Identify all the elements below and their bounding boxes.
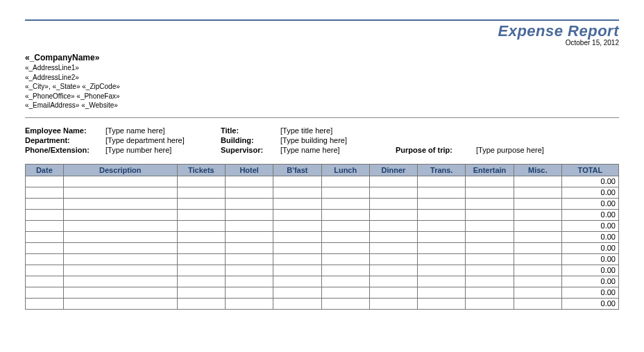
table-cell[interactable] — [418, 287, 466, 298]
phone-field[interactable]: [Type number here] — [105, 146, 217, 154]
table-cell[interactable] — [514, 298, 561, 309]
table-cell[interactable] — [226, 198, 273, 209]
table-cell[interactable] — [418, 231, 466, 242]
table-cell[interactable] — [26, 220, 64, 231]
table-cell[interactable] — [466, 298, 514, 309]
table-cell[interactable] — [273, 187, 321, 198]
table-cell[interactable] — [26, 276, 64, 287]
table-cell[interactable] — [514, 287, 561, 298]
table-cell[interactable] — [177, 276, 225, 287]
table-cell[interactable] — [26, 298, 64, 309]
table-cell[interactable] — [369, 220, 417, 231]
table-cell[interactable] — [514, 253, 561, 265]
total-cell[interactable]: 0.00 — [561, 242, 618, 253]
table-cell[interactable] — [369, 276, 417, 287]
table-cell[interactable] — [514, 265, 561, 276]
table-cell[interactable] — [321, 242, 369, 253]
table-cell[interactable] — [273, 287, 321, 298]
table-cell[interactable] — [226, 242, 273, 253]
table-cell[interactable] — [321, 187, 369, 198]
table-cell[interactable] — [177, 287, 225, 298]
table-cell[interactable] — [466, 231, 514, 242]
table-cell[interactable] — [273, 298, 321, 309]
table-cell[interactable] — [466, 187, 514, 198]
department-field[interactable]: [Type department here] — [105, 136, 217, 144]
table-cell[interactable] — [226, 209, 273, 220]
table-cell[interactable] — [466, 220, 514, 231]
table-cell[interactable] — [226, 298, 273, 309]
table-cell[interactable] — [63, 198, 177, 209]
total-cell[interactable]: 0.00 — [561, 176, 618, 187]
table-cell[interactable] — [63, 187, 177, 198]
table-cell[interactable] — [369, 265, 417, 276]
table-cell[interactable] — [369, 253, 417, 265]
table-cell[interactable] — [514, 220, 561, 231]
total-cell[interactable]: 0.00 — [561, 265, 618, 276]
table-cell[interactable] — [466, 287, 514, 298]
table-cell[interactable] — [369, 176, 417, 187]
table-cell[interactable] — [273, 253, 321, 265]
total-cell[interactable]: 0.00 — [561, 187, 618, 198]
table-cell[interactable] — [514, 187, 561, 198]
table-cell[interactable] — [514, 276, 561, 287]
purpose-field[interactable]: [Type purpose here] — [476, 146, 619, 154]
table-cell[interactable] — [63, 209, 177, 220]
table-cell[interactable] — [466, 265, 514, 276]
table-cell[interactable] — [177, 220, 225, 231]
table-cell[interactable] — [418, 198, 466, 209]
table-cell[interactable] — [369, 209, 417, 220]
total-cell[interactable]: 0.00 — [561, 298, 618, 309]
table-cell[interactable] — [63, 220, 177, 231]
table-cell[interactable] — [514, 209, 561, 220]
table-cell[interactable] — [273, 176, 321, 187]
total-cell[interactable]: 0.00 — [561, 209, 618, 220]
table-cell[interactable] — [321, 287, 369, 298]
table-cell[interactable] — [321, 220, 369, 231]
table-cell[interactable] — [26, 187, 64, 198]
table-cell[interactable] — [514, 198, 561, 209]
table-cell[interactable] — [321, 276, 369, 287]
table-cell[interactable] — [321, 253, 369, 265]
table-cell[interactable] — [418, 276, 466, 287]
table-cell[interactable] — [514, 242, 561, 253]
total-cell[interactable]: 0.00 — [561, 276, 618, 287]
table-cell[interactable] — [63, 276, 177, 287]
total-cell[interactable]: 0.00 — [561, 231, 618, 242]
total-cell[interactable]: 0.00 — [561, 253, 618, 265]
table-cell[interactable] — [369, 242, 417, 253]
table-cell[interactable] — [177, 265, 225, 276]
table-cell[interactable] — [177, 231, 225, 242]
table-cell[interactable] — [226, 287, 273, 298]
title-field[interactable]: [Type title here] — [280, 126, 391, 135]
table-cell[interactable] — [369, 298, 417, 309]
table-cell[interactable] — [226, 253, 273, 265]
table-cell[interactable] — [26, 198, 64, 209]
total-cell[interactable]: 0.00 — [561, 287, 618, 298]
table-cell[interactable] — [26, 242, 64, 253]
table-cell[interactable] — [466, 198, 514, 209]
table-cell[interactable] — [321, 198, 369, 209]
table-cell[interactable] — [321, 176, 369, 187]
table-cell[interactable] — [514, 176, 561, 187]
table-cell[interactable] — [226, 187, 273, 198]
table-cell[interactable] — [177, 198, 225, 209]
table-cell[interactable] — [466, 176, 514, 187]
total-cell[interactable]: 0.00 — [561, 220, 618, 231]
table-cell[interactable] — [466, 242, 514, 253]
table-cell[interactable] — [226, 231, 273, 242]
table-cell[interactable] — [26, 265, 64, 276]
table-cell[interactable] — [418, 298, 466, 309]
table-cell[interactable] — [369, 287, 417, 298]
table-cell[interactable] — [226, 276, 273, 287]
table-cell[interactable] — [321, 209, 369, 220]
table-cell[interactable] — [26, 287, 64, 298]
table-cell[interactable] — [273, 242, 321, 253]
table-cell[interactable] — [418, 265, 466, 276]
table-cell[interactable] — [369, 231, 417, 242]
table-cell[interactable] — [177, 209, 225, 220]
table-cell[interactable] — [369, 198, 417, 209]
table-cell[interactable] — [273, 231, 321, 242]
table-cell[interactable] — [273, 265, 321, 276]
table-cell[interactable] — [418, 242, 466, 253]
table-cell[interactable] — [466, 209, 514, 220]
